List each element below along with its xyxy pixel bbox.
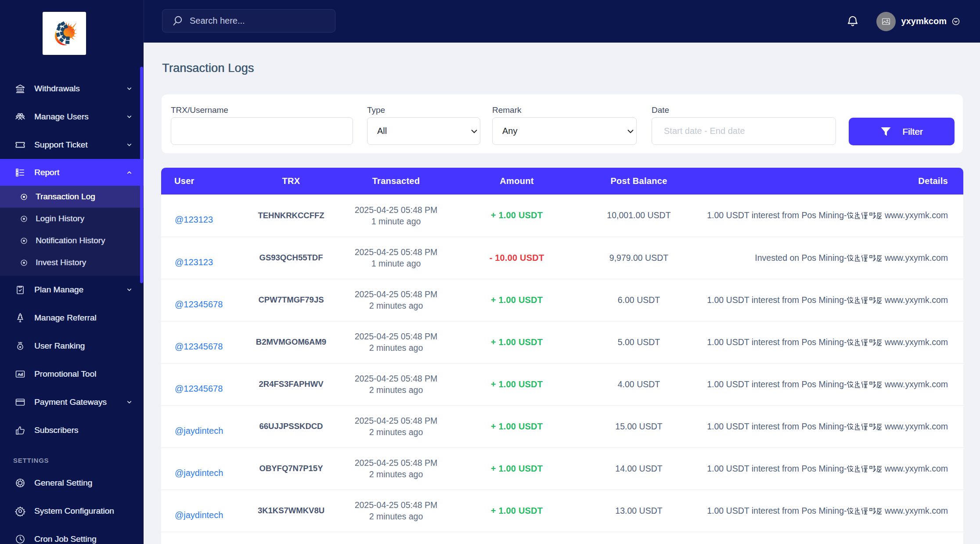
svg-text:Ad: Ad — [18, 372, 23, 377]
